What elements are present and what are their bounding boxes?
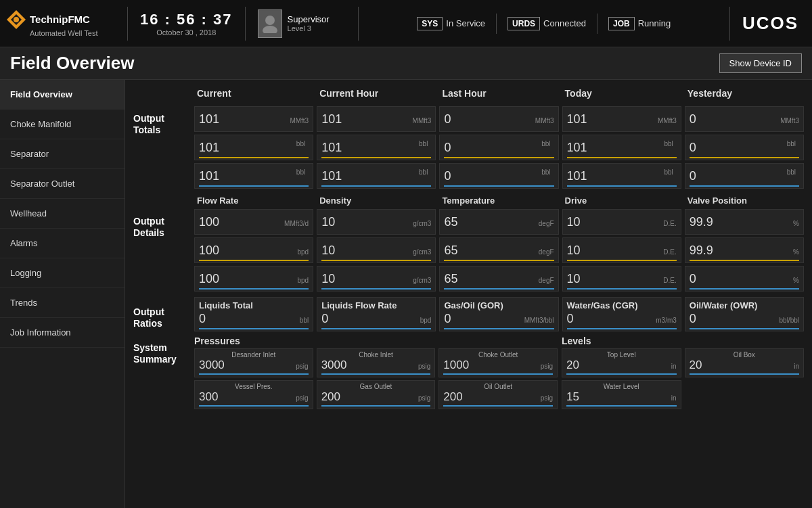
sys-val: In Service [446, 18, 485, 28]
details-col-valve-pos: Valve Position [685, 194, 804, 207]
details-row-1: 100 MMft3/d 10 g/cm3 6 [194, 209, 804, 235]
col-header-current-hour: Current Hour [317, 87, 436, 100]
output-details-rows: 100 MMft3/d 10 g/cm3 6 [194, 209, 804, 292]
sidebar: Field Overview Choke Manifold Separator … [0, 80, 125, 508]
totals-r3-yesterday: 0 bbl [685, 163, 804, 189]
sys-key: SYS [417, 17, 443, 30]
choke-outlet-card: Choke Outlet 1000 psig [438, 348, 558, 377]
sidebar-item-separator[interactable]: Separator [0, 139, 125, 169]
svg-point-4 [263, 26, 277, 33]
logo-name: TechnipFMC [30, 14, 90, 25]
col-header-current: Current [194, 87, 313, 100]
system-summary-label: SystemSummary [133, 336, 194, 365]
totals-r2-currhour: 101 bbl [317, 135, 436, 160]
sidebar-item-separator-outlet[interactable]: Separator Outlet [0, 169, 125, 199]
page-title: Field Overview [10, 53, 135, 74]
ratios-grid: Liquids Total 0 bbl Liquids Flow Rate 0 … [194, 297, 804, 331]
totals-r2-today: 101 bbl [562, 135, 681, 160]
totals-r1-lasthour: 0 MMft3 [439, 106, 558, 132]
top-level-card: Top Level 20 in [562, 348, 681, 377]
job-status: JOB Running [608, 17, 671, 30]
details-r2-density: 10 g/cm3 [317, 237, 436, 263]
desander-inlet-card: Desander Inlet 3000 psig [194, 348, 313, 377]
header-divider-2 [245, 7, 246, 41]
details-r2-valve: 99.9 % [685, 237, 804, 263]
avatar [258, 9, 282, 38]
sidebar-item-field-overview[interactable]: Field Overview [0, 80, 125, 110]
details-col-flow-rate: Flow Rate [194, 194, 313, 207]
output-ratios-section: OutputRatios Liquids Total 0 bbl Liquids… [133, 297, 804, 331]
job-key: JOB [608, 17, 635, 30]
page-header: Field Overview Show Device ID [0, 47, 812, 80]
totals-r2-current: 101 bbl [194, 135, 313, 160]
ucos-logo: UCOS [742, 13, 805, 34]
user-name: Supervisor [288, 14, 330, 24]
status-sep-1 [496, 14, 497, 34]
header-divider-3 [358, 7, 359, 41]
output-ratios-label: OutputRatios [133, 300, 194, 329]
ratio-liquids-total: Liquids Total 0 bbl [194, 297, 313, 331]
sidebar-item-logging[interactable]: Logging [0, 258, 125, 288]
svg-point-3 [265, 16, 275, 25]
totals-r3-today: 101 bbl [562, 163, 681, 189]
sidebar-item-choke-manifold[interactable]: Choke Manifold [0, 110, 125, 139]
output-totals-section: OutputTotals 101 MMft3 101 [133, 106, 804, 189]
header-divider-4 [729, 7, 730, 41]
details-row-3: 100 bpd 10 g/cm3 65 [194, 266, 804, 292]
totals-r2-lasthour: 0 bbl [439, 135, 558, 160]
details-r3-density: 10 g/cm3 [317, 266, 436, 292]
system-summary-section: SystemSummary Pressures Desander Inlet 3… [133, 336, 804, 409]
totals-r2-yesterday: 0 bbl [685, 135, 804, 160]
oil-box-card: Oil Box 20 in [685, 348, 805, 377]
main-layout: Field Overview Choke Manifold Separator … [0, 80, 812, 508]
vessel-press-card: Vessel Pres. 300 psig [194, 380, 313, 409]
col-header-today: Today [562, 87, 681, 100]
output-totals-rows: 101 MMft3 101 MMft3 0 [194, 106, 804, 189]
ratio-cgr: Water/Gas (CGR) 0 m3/m3 [562, 297, 681, 331]
header: TechnipFMC Automated Well Test 16 : 56 :… [0, 0, 812, 47]
totals-row-1: 101 MMft3 101 MMft3 0 [194, 106, 804, 132]
col-header-yesterday: Yesterday [685, 87, 804, 100]
sidebar-item-wellhead[interactable]: Wellhead [0, 199, 125, 229]
gas-outlet-card: Gas Outlet 200 psig [317, 380, 436, 409]
time-area: 16 : 56 : 37 October 30 , 2018 [140, 11, 233, 37]
details-r1-valve: 99.9 % [685, 209, 804, 235]
details-r3-flow: 100 bpd [194, 266, 313, 292]
details-row-2: 100 bpd 10 g/cm3 65 [194, 237, 804, 263]
details-r1-temp: 65 degF [439, 209, 558, 235]
totals-r3-current: 101 bbl [194, 163, 313, 189]
totals-r1-currhour: 101 MMft3 [317, 106, 436, 132]
details-col-drive: Drive [562, 194, 681, 207]
oil-outlet-card: Oil Outlet 200 psig [438, 380, 558, 409]
pressures-title: Pressures [194, 336, 558, 346]
urds-val: Connected [543, 18, 586, 28]
sidebar-item-trends[interactable]: Trends [0, 288, 125, 318]
sidebar-item-job-information[interactable]: Job Information [0, 318, 125, 348]
col-header-last-hour: Last Hour [439, 87, 558, 100]
sys-status: SYS In Service [417, 17, 485, 30]
user-area: Supervisor Level 3 [258, 9, 346, 38]
show-device-id-button[interactable]: Show Device ID [719, 53, 802, 73]
status-group: SYS In Service URDS Connected JOB Runnin… [371, 14, 717, 34]
status-sep-2 [597, 14, 597, 34]
output-totals-label: OutputTotals [133, 106, 194, 136]
pressures-area: Pressures Desander Inlet 3000 psig [194, 336, 558, 409]
levels-title: Levels [562, 336, 804, 346]
details-r1-drive: 10 D.E. [562, 209, 681, 235]
details-r3-temp: 65 degF [439, 266, 558, 292]
details-r2-flow: 100 bpd [194, 237, 313, 263]
header-divider-1 [127, 7, 128, 41]
ratio-gor: Gas/Oil (GOR) 0 MMft3/bbl [439, 297, 558, 331]
urds-key: URDS [508, 17, 540, 30]
details-col-temperature: Temperature [439, 194, 558, 207]
svg-point-2 [14, 17, 19, 22]
details-r1-density: 10 g/cm3 [317, 209, 436, 235]
totals-r3-currhour: 101 bbl [317, 163, 436, 189]
totals-row-3: 101 bbl 101 bbl 0 [194, 163, 804, 189]
details-col-density: Density [317, 194, 436, 207]
logo-area: TechnipFMC Automated Well Test [7, 10, 115, 37]
details-r1-flow: 100 MMft3/d [194, 209, 313, 235]
details-r2-drive: 10 D.E. [562, 237, 681, 263]
technipfmc-logo-icon [7, 10, 26, 29]
sidebar-item-alarms[interactable]: Alarms [0, 229, 125, 258]
